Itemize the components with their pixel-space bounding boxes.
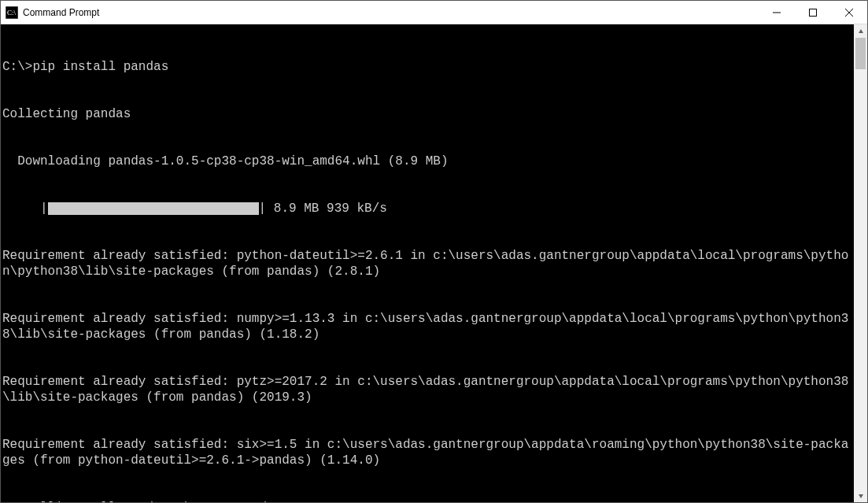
progress-stats: | 8.9 MB 939 kB/s [259,201,387,216]
svg-rect-3 [810,9,817,16]
command-text: pip install pandas [32,60,168,74]
prompt: C:\> [2,60,32,74]
cmd-icon: C:\ [6,6,18,19]
progress-indent: | [2,201,48,216]
minimize-button[interactable] [759,1,795,24]
terminal-line: C:\>pip install pandas [1,59,854,75]
command-prompt-window: C:\ Command Prompt C:\>pip install panda… [0,0,868,503]
terminal-line: Installing collected packages: pandas [1,500,854,502]
terminal-line: Collecting pandas [1,106,854,122]
progress-bar [48,202,259,215]
svg-marker-6 [859,29,863,33]
window-title: Command Prompt [23,7,99,18]
scroll-up-arrow-icon[interactable] [854,24,867,38]
maximize-button[interactable] [795,1,831,24]
terminal-line: Requirement already satisfied: python-da… [1,248,854,279]
terminal-line: Downloading pandas-1.0.5-cp38-cp38-win_a… [1,153,854,169]
svg-text:C:\: C:\ [7,9,17,17]
scroll-thumb[interactable] [855,38,866,69]
terminal-line: Requirement already satisfied: numpy>=1.… [1,311,854,342]
vertical-scrollbar[interactable] [854,24,867,502]
terminal-line: Requirement already satisfied: pytz>=201… [1,374,854,405]
titlebar[interactable]: C:\ Command Prompt [1,1,867,24]
window-body: C:\>pip install pandas Collecting pandas… [1,24,867,502]
svg-marker-7 [859,494,863,498]
scroll-track[interactable] [854,38,867,489]
progress-line: | | 8.9 MB 939 kB/s [1,201,854,216]
terminal-line: Requirement already satisfied: six>=1.5 … [1,437,854,468]
close-button[interactable] [831,1,867,24]
scroll-down-arrow-icon[interactable] [854,489,867,502]
terminal-output[interactable]: C:\>pip install pandas Collecting pandas… [1,24,854,502]
